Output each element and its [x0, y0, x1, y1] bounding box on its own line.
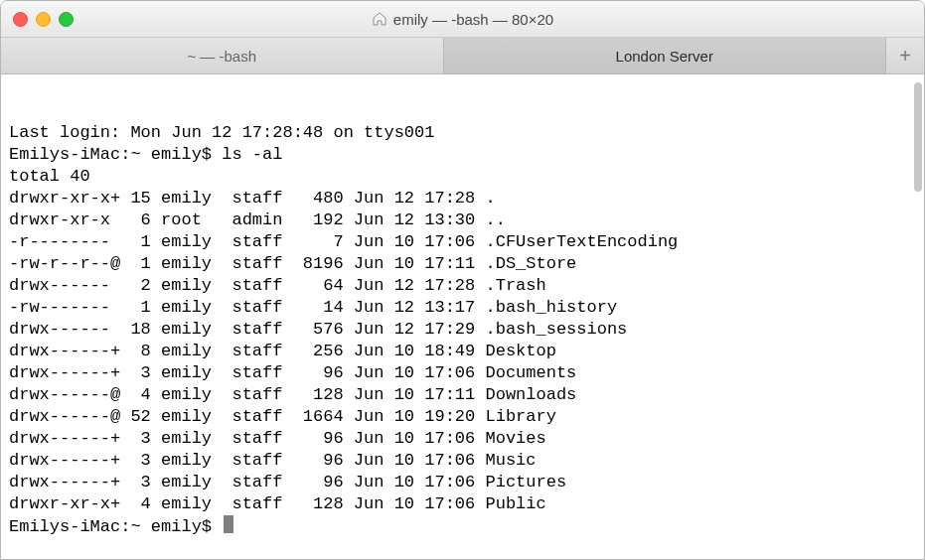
terminal-line: drwxr-xr-x+ 4 emily staff 128 Jun 10 17:… — [9, 493, 916, 515]
terminal-prompt: Emilys-iMac:~ emily$ — [9, 515, 916, 538]
terminal-line: drwx------ 18 emily staff 576 Jun 12 17:… — [9, 319, 916, 341]
zoom-icon[interactable] — [59, 12, 74, 27]
new-tab-button[interactable]: + — [886, 38, 924, 73]
tab-label: London Server — [616, 48, 713, 65]
cursor-block-icon — [224, 515, 233, 533]
terminal-line: drwxr-xr-x 6 root admin 192 Jun 12 13:30… — [9, 210, 916, 231]
terminal-window: emily — -bash — 80×20 ~ — -bash London S… — [0, 0, 925, 560]
prompt-text: Emilys-iMac:~ emily$ — [9, 517, 222, 536]
terminal-line: drwxr-xr-x+ 15 emily staff 480 Jun 12 17… — [9, 188, 916, 210]
tab-bar: ~ — -bash London Server + — [1, 38, 924, 74]
terminal-line: drwx------@ 52 emily staff 1664 Jun 10 1… — [9, 406, 916, 428]
plus-icon: + — [899, 45, 911, 68]
terminal-line: -rw------- 1 emily staff 14 Jun 12 13:17… — [9, 297, 916, 319]
terminal-line: drwx------@ 4 emily staff 128 Jun 10 17:… — [9, 384, 916, 406]
traffic-lights — [13, 12, 74, 27]
home-icon — [372, 11, 387, 27]
close-icon[interactable] — [13, 12, 28, 27]
tab-london-server[interactable]: London Server — [444, 38, 887, 73]
terminal-line: -rw-r--r--@ 1 emily staff 8196 Jun 10 17… — [9, 253, 916, 275]
terminal-line: drwx------+ 8 emily staff 256 Jun 10 18:… — [9, 341, 916, 362]
terminal-line: drwx------+ 3 emily staff 96 Jun 10 17:0… — [9, 450, 916, 472]
titlebar: emily — -bash — 80×20 — [1, 1, 924, 38]
minimize-icon[interactable] — [36, 12, 51, 27]
terminal-body[interactable]: Last login: Mon Jun 12 17:28:48 on ttys0… — [1, 74, 924, 559]
terminal-line: total 40 — [9, 166, 916, 188]
window-title: emily — -bash — 80×20 — [393, 11, 553, 28]
tab-bash[interactable]: ~ — -bash — [1, 38, 444, 73]
terminal-line: -r-------- 1 emily staff 7 Jun 10 17:06 … — [9, 231, 916, 253]
window-title-wrap: emily — -bash — 80×20 — [1, 11, 924, 28]
terminal-line: Last login: Mon Jun 12 17:28:48 on ttys0… — [9, 122, 916, 144]
terminal-line: Emilys-iMac:~ emily$ ls -al — [9, 144, 916, 166]
terminal-line: drwx------ 2 emily staff 64 Jun 12 17:28… — [9, 275, 916, 297]
terminal-line: drwx------+ 3 emily staff 96 Jun 10 17:0… — [9, 428, 916, 450]
terminal-line: drwx------+ 3 emily staff 96 Jun 10 17:0… — [9, 472, 916, 493]
terminal-line: drwx------+ 3 emily staff 96 Jun 10 17:0… — [9, 362, 916, 384]
tab-label: ~ — -bash — [187, 48, 256, 65]
terminal-content: Last login: Mon Jun 12 17:28:48 on ttys0… — [9, 122, 916, 538]
scrollbar-thumb[interactable] — [914, 82, 922, 192]
